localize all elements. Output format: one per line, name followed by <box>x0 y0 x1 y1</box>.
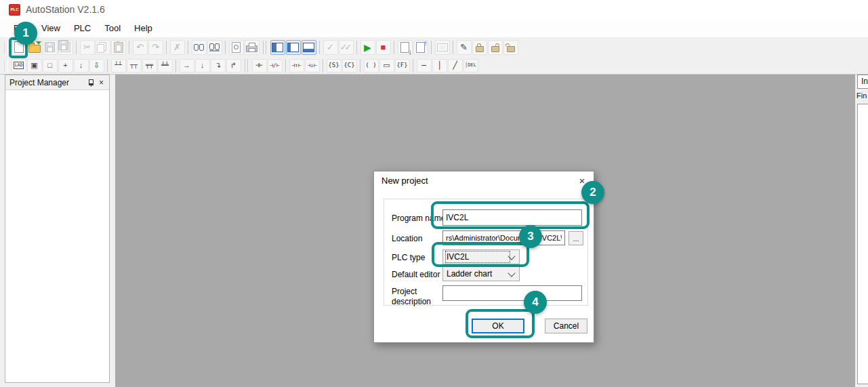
lock-button[interactable] <box>472 40 487 55</box>
insert-box-button[interactable]: □ <box>43 59 58 73</box>
ladder-editor-button[interactable]: LAD <box>12 59 26 73</box>
insert-row-button[interactable]: ↓ <box>74 59 89 73</box>
window-split-icon <box>287 43 299 52</box>
insert-row-icon: ↓ <box>79 62 83 69</box>
find-button[interactable] <box>192 40 207 55</box>
window-split-button[interactable] <box>286 40 301 55</box>
right-panel: In Fin <box>855 75 868 387</box>
contact-nc-button[interactable]: ⊣∕⊢ <box>268 59 283 73</box>
compile-all-button[interactable]: ✓✓ <box>339 40 354 55</box>
default-editor-label: Default editor <box>392 270 446 279</box>
annotation-box-step2 <box>431 201 590 229</box>
paste-icon <box>114 42 123 53</box>
rung-insert-up-icon: ┴┴ <box>115 62 122 68</box>
compile-check-icon: ✓ <box>327 43 334 52</box>
pin-icon[interactable] <box>86 77 96 87</box>
project-description-label: Project description <box>392 287 434 307</box>
annotation-box-step3 <box>432 242 529 267</box>
undo-icon: ↶ <box>136 43 144 52</box>
unlock-icon <box>491 46 499 52</box>
cancel-button[interactable]: Cancel <box>545 319 587 333</box>
insert-cross-button[interactable]: + <box>58 59 73 73</box>
output-coil-icon: ( ) <box>365 62 376 68</box>
compile-check-button[interactable]: ✓ <box>323 40 338 55</box>
rung-remove-button[interactable]: ╧╧ <box>158 59 173 73</box>
delete-vline-button[interactable]: │DEL <box>463 59 478 73</box>
rung-insert-down-button[interactable]: ┬┬ <box>127 59 142 73</box>
print-preview-icon <box>232 42 241 53</box>
contact-falling-button[interactable]: ⊣↓⊢ <box>305 59 320 73</box>
upload-program-button[interactable] <box>413 40 428 55</box>
save-button[interactable] <box>43 40 58 55</box>
set-coil-button[interactable]: {S} <box>327 59 342 73</box>
dialog-title: New project <box>374 171 594 189</box>
menu-item-plc[interactable]: PLC <box>67 21 98 35</box>
find-replace-button[interactable] <box>207 40 222 55</box>
reset-coil-button[interactable]: {C} <box>342 59 357 73</box>
find-replace-icon <box>209 43 220 52</box>
rung-insert-up-button[interactable]: ┴┴ <box>111 59 126 73</box>
cut-button[interactable]: ✂ <box>80 40 95 55</box>
unlock-all-button[interactable] <box>503 40 518 55</box>
contact-rising-button[interactable]: ⊣↑⊢ <box>289 59 304 73</box>
insert-network-button[interactable]: ▣ <box>27 59 42 73</box>
undo-button[interactable]: ↶ <box>133 40 148 55</box>
default-editor-select[interactable]: Ladder chart <box>442 266 520 281</box>
print-button[interactable] <box>245 40 260 55</box>
annotation-badge-step4: 4 <box>524 291 547 314</box>
unlock-button[interactable] <box>488 40 503 55</box>
toolbar-grip <box>4 41 8 54</box>
delete-line-button[interactable]: ╱ <box>448 59 463 73</box>
run-button[interactable]: ▶ <box>360 40 375 55</box>
function-block-icon: ▭ <box>383 62 390 69</box>
output-coil-button[interactable]: ( ) <box>364 59 379 73</box>
draw-vline-button[interactable]: │ <box>432 59 447 73</box>
menu-item-tool[interactable]: Tool <box>98 21 127 35</box>
line-right-icon: → <box>183 62 190 69</box>
browse-button[interactable]: ... <box>569 231 583 245</box>
delete-vline-icon: │DEL <box>465 63 476 68</box>
set-coil-icon: {S} <box>328 62 339 68</box>
rung-append-button[interactable]: ╤╤ <box>142 59 157 73</box>
contact-no-button[interactable]: ⊣⊢ <box>252 59 267 73</box>
menu-item-help[interactable]: Help <box>127 21 159 35</box>
print-preview-button[interactable] <box>229 40 244 55</box>
line-up-button[interactable]: ↱ <box>226 59 241 73</box>
function-block-button[interactable]: ▭ <box>379 59 394 73</box>
menu-bar: FileViewPLCToolHelp <box>0 19 868 38</box>
default-editor-value: Ladder chart <box>447 269 509 279</box>
copy-button[interactable] <box>96 40 110 55</box>
window-project-button[interactable] <box>270 40 285 55</box>
line-right-button[interactable]: → <box>180 59 194 73</box>
window-output-icon <box>303 43 314 52</box>
line-down-button[interactable]: ↓ <box>195 59 210 73</box>
line-branch-button[interactable]: ↴ <box>211 59 226 73</box>
function-f-icon: {F} <box>396 62 407 68</box>
ladder-editor-icon: LAD <box>14 62 24 69</box>
save-all-button[interactable] <box>58 40 73 55</box>
menu-item-view[interactable]: View <box>35 21 67 35</box>
download-program-button[interactable] <box>398 40 413 55</box>
monitor-button[interactable] <box>435 40 450 55</box>
close-icon[interactable]: × <box>96 77 106 87</box>
draw-hline-button[interactable]: ─ <box>417 59 432 73</box>
draw-hline-icon: ─ <box>421 62 426 69</box>
redo-button[interactable]: ↷ <box>148 40 163 55</box>
paste-button[interactable] <box>111 40 126 55</box>
upload-program-icon <box>416 42 425 53</box>
window-output-button[interactable] <box>302 40 316 55</box>
insert-row-below-button[interactable]: ⇩ <box>89 59 104 73</box>
stop-button[interactable]: ■ <box>376 40 391 55</box>
right-panel-label: Fin <box>856 91 867 100</box>
reset-coil-icon: {C} <box>344 62 354 68</box>
delete-button[interactable]: ✗ <box>170 40 185 55</box>
project-description-input[interactable] <box>442 285 582 301</box>
edit-mode-button[interactable]: ✎ <box>457 40 472 55</box>
right-panel-tab[interactable]: In <box>857 75 868 89</box>
toolbar-ladder: LAD▣□+↓⇩┴┴┬┬╤╤╧╧→↓↴↱⊣⊢⊣∕⊢⊣↑⊢⊣↓⊢{S}{C}( )… <box>0 57 868 75</box>
insert-cross-icon: + <box>63 62 67 69</box>
save-icon <box>45 42 55 52</box>
function-f-button[interactable]: {F} <box>395 59 410 73</box>
project-manager-panel: Project Manager × <box>5 75 110 383</box>
insert-box-icon: □ <box>47 62 52 69</box>
